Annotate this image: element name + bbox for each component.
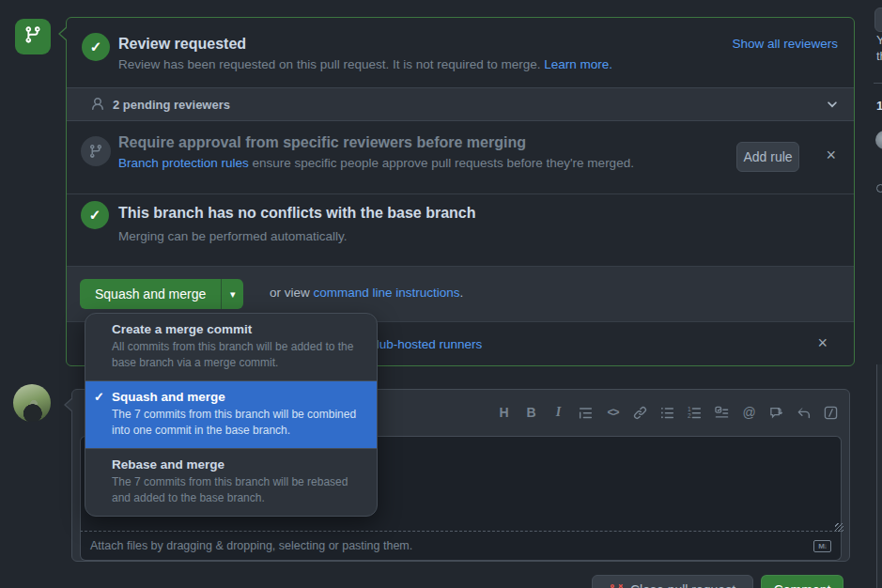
github-pr-merge-screen: ✓ Review requested Review has been reque…: [0, 0, 882, 588]
menu-item-create-merge-commit[interactable]: Create a merge commit All commits from t…: [85, 314, 377, 381]
menu-item-rebase-and-merge[interactable]: Rebase and merge The 7 commits from this…: [85, 449, 377, 516]
pending-reviewers-label: 2 pending reviewers: [113, 98, 230, 112]
command-line-instructions-link[interactable]: command line instructions: [314, 286, 460, 300]
no-conflicts-description: Merging can be performed automatically.: [118, 229, 348, 243]
cross-reference-icon[interactable]: [766, 401, 787, 424]
close-pr-label: Close pull request: [630, 582, 735, 588]
sidebar-panel-fragment: [876, 364, 882, 588]
section-divider: [67, 193, 854, 194]
branch-protection-icon: [81, 136, 111, 166]
italic-icon[interactable]: I: [548, 401, 569, 424]
comment-button[interactable]: Comment: [761, 575, 843, 588]
task-list-icon[interactable]: [711, 401, 733, 424]
link-icon[interactable]: [629, 401, 651, 424]
add-rule-button[interactable]: Add rule: [736, 142, 799, 172]
sidebar-divider: [874, 83, 882, 84]
menu-item-squash-and-merge[interactable]: ✓ Squash and merge The 7 commits from th…: [85, 381, 377, 449]
chevron-down-icon[interactable]: [826, 98, 839, 111]
person-icon: [90, 97, 105, 112]
menu-item-description: The 7 commits from this branch will be c…: [112, 407, 362, 439]
merge-options-caret[interactable]: ▾: [221, 279, 243, 309]
review-check-icon: ✓: [82, 33, 110, 61]
markdown-icon: M↓: [813, 540, 831, 552]
cli-instructions-text: or view command line instructions.: [270, 286, 463, 300]
pending-reviewers-row[interactable]: 2 pending reviewers: [67, 87, 854, 121]
selected-check-icon: ✓: [94, 390, 104, 404]
code-icon[interactable]: <>: [602, 401, 624, 424]
svg-text:1: 1: [688, 406, 691, 412]
close-pull-request-button[interactable]: Close pull request: [592, 575, 753, 588]
branch-protection-rules-link[interactable]: Branch protection rules: [118, 156, 249, 170]
sidebar-text-fragment: Y: [876, 33, 882, 47]
menu-item-title: Squash and merge: [112, 390, 362, 404]
merge-options-menu: Create a merge commit All commits from t…: [85, 313, 378, 517]
caret-down-icon: ▾: [230, 288, 236, 301]
right-sidebar-sliver: Y th 1: [872, 0, 882, 588]
unordered-list-icon[interactable]: [657, 401, 678, 424]
sidebar-count-fragment: 1: [876, 99, 882, 113]
mention-icon[interactable]: @: [738, 401, 760, 424]
user-avatar[interactable]: [13, 384, 51, 422]
review-requested-description: Review has been requested on this pull r…: [118, 57, 612, 71]
attach-files-area[interactable]: Attach files by dragging & dropping, sel…: [80, 532, 842, 561]
textarea-resize-handle[interactable]: [835, 523, 843, 532]
menu-item-title: Rebase and merge: [112, 457, 362, 472]
dismiss-rule-close-icon[interactable]: ×: [826, 148, 836, 162]
pr-closed-icon: [610, 583, 624, 588]
sidebar-avatar-fragment[interactable]: [875, 131, 882, 149]
svg-text:2: 2: [688, 412, 691, 419]
sidebar-icon-fragment: [876, 184, 882, 193]
conflicts-check-icon: ✓: [81, 201, 109, 229]
ordered-list-icon[interactable]: 12: [684, 401, 705, 424]
markdown-toolbar: H B I <> 12 @: [493, 390, 842, 435]
require-approval-title: Require approval from specific reviewers…: [118, 134, 526, 151]
learn-more-link[interactable]: Learn more.: [544, 57, 612, 71]
squash-and-merge-label: Squash and merge: [80, 279, 221, 309]
sidebar-text-fragment: th: [876, 49, 882, 63]
timeline-merge-badge: [15, 19, 51, 54]
menu-item-description: The 7 commits from this branch will be r…: [112, 474, 362, 506]
slash-commands-icon[interactable]: [820, 401, 842, 424]
bold-icon[interactable]: B: [520, 401, 542, 424]
show-all-reviewers-link[interactable]: Show all reviewers: [732, 37, 838, 51]
quote-icon[interactable]: [575, 401, 596, 424]
menu-item-description: All commits from this branch will be add…: [112, 339, 362, 371]
require-approval-description: Branch protection rules ensure specific …: [118, 156, 634, 170]
dismiss-notice-close-icon[interactable]: ×: [817, 336, 828, 349]
sidebar-button-fragment[interactable]: [874, 8, 882, 32]
no-conflicts-title: This branch has no conflicts with the ba…: [118, 205, 476, 222]
hosted-runners-link[interactable]: Hub-hosted runners: [370, 337, 482, 351]
heading-icon[interactable]: H: [493, 401, 515, 424]
review-requested-title: Review requested: [118, 36, 246, 53]
reply-icon[interactable]: [793, 401, 814, 424]
attach-files-hint: Attach files by dragging & dropping, sel…: [90, 539, 412, 552]
menu-item-title: Create a merge commit: [112, 322, 362, 336]
git-branch-icon: [23, 25, 42, 48]
squash-and-merge-button[interactable]: Squash and merge ▾: [80, 279, 243, 309]
